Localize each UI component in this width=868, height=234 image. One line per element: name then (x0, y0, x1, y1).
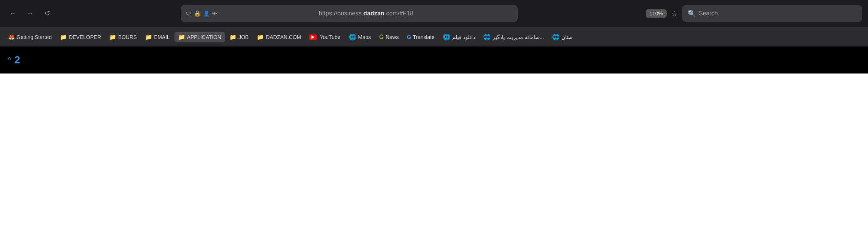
folder-icon: 📁 (145, 34, 152, 40)
folder-icon: 📁 (60, 34, 67, 40)
shield-icon: 🛡 (186, 10, 192, 17)
globe-icon: 🌐 (552, 33, 560, 40)
bookmark-translate[interactable]: G Translate (403, 32, 438, 42)
nav-buttons: ← → ↺ (6, 7, 54, 20)
bookmark-label: BOURS (118, 34, 137, 40)
tracking-icon: 👁 (212, 10, 217, 16)
bookmark-maps[interactable]: 🌐 Maps (345, 32, 375, 42)
globe-icon: 🌐 (443, 33, 450, 40)
bookmark-download-film[interactable]: 🌐 دانلود فیلم (439, 32, 479, 42)
bookmark-label: DEVELOPER (69, 34, 101, 40)
folder-icon: 📁 (229, 34, 237, 40)
back-button[interactable]: ← (6, 7, 19, 20)
browser-chrome: ← → ↺ 🛡 🔒 👤 👁 https://business.dadzan.co… (0, 0, 868, 46)
security-icons: 🛡 🔒 👤 👁 (186, 10, 217, 17)
bookmark-label: EMAIL (154, 34, 170, 40)
bookmark-news[interactable]: G News (375, 32, 402, 42)
bookmark-youtube[interactable]: YouTube (305, 32, 344, 42)
bookmark-label: Maps (358, 34, 371, 40)
search-icon: 🔍 (688, 9, 696, 18)
bookmark-job[interactable]: 📁 JOB (226, 32, 252, 42)
bookmark-application[interactable]: 📁 APPLICATION (174, 32, 225, 42)
zoom-badge[interactable]: 110% (646, 9, 667, 18)
search-bar[interactable]: 🔍 Search (682, 5, 862, 22)
youtube-icon (309, 34, 317, 40)
bookmarks-bar: 🦊 Getting Started 📁 DEVELOPER 📁 BOURS 📁 … (0, 27, 868, 46)
bookmark-learning-mgmt[interactable]: 🌐 سامانه مدیریت یادگیر... (479, 32, 548, 42)
bookmark-email[interactable]: 📁 EMAIL (141, 32, 174, 42)
search-placeholder-text: Search (699, 10, 718, 17)
nav-bar: ← → ↺ 🛡 🔒 👤 👁 https://business.dadzan.co… (0, 0, 868, 27)
bookmark-getting-started[interactable]: 🦊 Getting Started (4, 32, 55, 42)
address-text: https://business.dadzan.com/#F18 (220, 10, 512, 17)
bookmark-bours[interactable]: 📁 BOURS (106, 32, 141, 42)
address-prefix: https://business. (319, 10, 363, 16)
content-number: 2 (14, 54, 20, 66)
translate-icon: G (407, 34, 411, 40)
forward-button[interactable]: → (23, 7, 37, 20)
caret-icon: ^ (7, 55, 11, 65)
bookmark-label: Translate (413, 34, 435, 40)
content-area: ^ 2 (0, 46, 868, 74)
bookmark-label: APPLICATION (187, 34, 222, 40)
reload-button[interactable]: ↺ (40, 7, 54, 20)
bookmark-label: News (386, 34, 399, 40)
bookmark-developer[interactable]: 📁 DEVELOPER (56, 32, 105, 42)
address-suffix: .com/#F18 (384, 10, 413, 16)
bookmark-label: Getting Started (16, 34, 52, 40)
bookmark-star-button[interactable]: ☆ (670, 8, 679, 20)
bookmark-more[interactable]: 🌐 ستان (548, 32, 576, 42)
address-bar-wrapper[interactable]: 🛡 🔒 👤 👁 https://business.dadzan.com/#F18 (181, 5, 518, 22)
bookmark-label: سامانه مدیریت یادگیر... (493, 34, 544, 40)
account-icon: 👤 (203, 10, 210, 16)
folder-icon: 📁 (257, 34, 264, 40)
bookmark-label: دانلود فیلم (452, 34, 475, 40)
bookmark-label: DADZAN.COM (266, 34, 301, 40)
bookmark-label: YouTube (320, 34, 340, 40)
address-domain: dadzan (363, 10, 384, 16)
globe-icon: 🌐 (483, 33, 491, 40)
news-icon: G (379, 34, 384, 40)
bookmark-label: ستان (561, 34, 573, 40)
bookmark-label: JOB (238, 34, 249, 40)
globe-icon: 🌐 (349, 33, 356, 40)
folder-icon: 📁 (178, 34, 185, 40)
folder-icon: 📁 (109, 34, 116, 40)
bookmark-dadzan[interactable]: 📁 DADZAN.COM (253, 32, 305, 42)
firefox-icon: 🦊 (8, 34, 15, 40)
page-body (0, 74, 868, 234)
lock-icon: 🔒 (194, 10, 201, 17)
